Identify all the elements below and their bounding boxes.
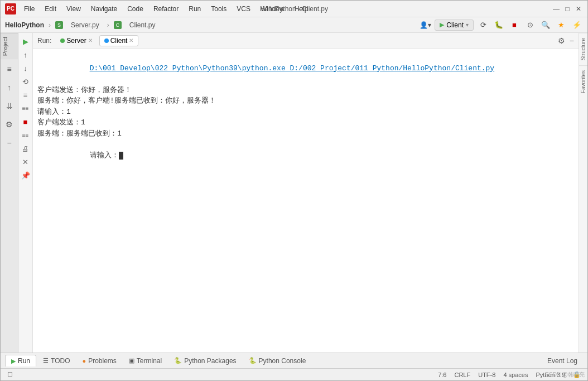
- toolbar-icon-5[interactable]: −: [2, 135, 17, 151]
- plugins-button[interactable]: ⚡: [571, 19, 583, 31]
- close-button[interactable]: ✕: [574, 4, 583, 13]
- status-checkbox[interactable]: ☐: [5, 371, 15, 378]
- menu-refactor[interactable]: Refactor: [149, 4, 183, 14]
- event-log-button[interactable]: Event Log: [542, 355, 583, 366]
- bottom-tabs: ▶ Run ☰ TODO ● Problems ▣ Terminal 🐍 Pyt…: [1, 353, 587, 368]
- client-status-dot: [104, 38, 109, 43]
- bottom-tab-todo[interactable]: ☰ TODO: [37, 355, 75, 366]
- python-console-tab-icon: 🐍: [249, 357, 257, 364]
- status-bar: ☐ 7:6 CRLF UTF-8 4 spaces Python 3.9 🔒: [1, 368, 587, 380]
- title-bar: PC File Edit View Navigate Code Refactor…: [1, 1, 587, 17]
- main-layout: Project ≡ ↑ ⇊ ⚙ − ▶ ↑ ↓ ⟲ ≡ ≡≡ ■ ≡≡ 🖨: [1, 33, 587, 353]
- menu-view[interactable]: View: [62, 4, 85, 14]
- bottom-tab-terminal[interactable]: ▣ Terminal: [123, 355, 167, 366]
- run-icon-rerun[interactable]: ▶: [20, 35, 32, 47]
- console-line-2: 服务端：你好，客户端!服务端已收到：你好，服务器！: [37, 95, 574, 107]
- bookmark-button[interactable]: ★: [555, 19, 567, 31]
- maximize-button[interactable]: □: [563, 4, 572, 13]
- nav-bar: HelloPython › S Server.py › C Client.py …: [1, 17, 587, 33]
- console-output[interactable]: D:\001_Develop\022_Python\Python39\pytho…: [33, 49, 579, 353]
- server-file-icon: S: [55, 21, 63, 29]
- python-packages-tab-icon: 🐍: [174, 357, 182, 364]
- search-button[interactable]: 🔍: [539, 19, 552, 31]
- server-status-dot: [60, 38, 65, 43]
- main-window: PC File Edit View Navigate Code Refactor…: [0, 0, 588, 381]
- run-icon-tool4[interactable]: ≡≡: [20, 129, 32, 141]
- bottom-tab-python-console[interactable]: 🐍 Python Console: [243, 355, 312, 366]
- bottom-tab-problems[interactable]: ● Problems: [76, 355, 122, 366]
- client-file-icon: C: [114, 21, 122, 29]
- console-path-line: D:\001_Develop\022_Python\Python39\pytho…: [37, 52, 574, 85]
- menu-file[interactable]: File: [20, 4, 39, 14]
- project-panel-label[interactable]: Project: [1, 33, 18, 59]
- bottom-tab-python-packages[interactable]: 🐍 Python Packages: [168, 355, 242, 366]
- nav-client-file[interactable]: Client.py: [126, 20, 159, 30]
- toolbar-icon-3[interactable]: ⇊: [2, 98, 17, 114]
- menu-vcs[interactable]: VCS: [232, 4, 255, 14]
- run-icon-down[interactable]: ↓: [20, 62, 32, 74]
- console-line-1: 客户端发送：你好，服务器！: [37, 85, 574, 96]
- run-icon-tool1[interactable]: ⟲: [20, 75, 32, 88]
- run-side-icons: ▶ ↑ ↓ ⟲ ≡ ≡≡ ■ ≡≡ 🖨 ✕ 📌: [18, 33, 33, 353]
- console-line-3: 请输入：1: [37, 107, 574, 118]
- console-line-4: 客户端发送：1: [37, 117, 574, 128]
- cursor: [119, 152, 123, 160]
- client-tab-close[interactable]: ✕: [129, 37, 133, 44]
- menu-run[interactable]: Run: [184, 4, 205, 14]
- status-encoding[interactable]: UTF-8: [476, 372, 498, 378]
- bottom-right-area: Event Log: [542, 355, 583, 366]
- left-icon-bar: ≡ ↑ ⇊ ⚙ −: [1, 59, 18, 353]
- git-icon[interactable]: 👤▾: [420, 21, 431, 29]
- run-settings-icon[interactable]: ⚙: [558, 36, 565, 45]
- terminal-tab-icon: ▣: [129, 357, 134, 364]
- run-icon-pin[interactable]: 📌: [20, 169, 32, 181]
- breadcrumb-project[interactable]: HelloPython: [5, 21, 44, 29]
- coverage-button[interactable]: ⊙: [524, 19, 536, 31]
- console-area: Run: Server ✕ Client ✕ ⚙ −: [33, 33, 579, 353]
- toolbar-icon-2[interactable]: ↑: [2, 80, 17, 95]
- status-indent[interactable]: 4 spaces: [501, 372, 530, 378]
- console-path-link[interactable]: D:\001_Develop\022_Python\Python39\pytho…: [90, 64, 495, 73]
- bottom-tab-run[interactable]: ▶ Run: [5, 355, 36, 366]
- console-line-5: 服务端：服务端已收到：1: [37, 128, 574, 139]
- run-tab-icon: ▶: [11, 358, 16, 365]
- rerun-button[interactable]: ⟳: [477, 19, 489, 31]
- run-icon-tool3[interactable]: ≡≡: [20, 102, 32, 114]
- run-icon-stop[interactable]: ■: [20, 115, 32, 128]
- watermark: CSDN @韩曙亮: [545, 371, 585, 379]
- window-controls: — □ ✕: [552, 4, 583, 13]
- run-minimize-icon[interactable]: −: [570, 36, 574, 45]
- nav-server-file[interactable]: Server.py: [68, 20, 103, 30]
- todo-tab-icon: ☰: [43, 357, 49, 364]
- minimize-button[interactable]: —: [552, 4, 561, 13]
- right-labels: Structure Favorites: [579, 33, 587, 353]
- nav-right-controls: 👤▾ ▶ Client ▾ ⟳ 🐛 ■ ⊙ 🔍 ★ ⚡: [420, 19, 583, 31]
- debug-button[interactable]: 🐛: [493, 19, 505, 31]
- run-icon-tool2[interactable]: ≡: [20, 89, 32, 101]
- menu-edit[interactable]: Edit: [40, 4, 61, 14]
- structure-label[interactable]: Structure: [579, 33, 587, 65]
- run-config-selector[interactable]: ▶ Client ▾: [435, 20, 474, 31]
- status-line-ending[interactable]: CRLF: [452, 372, 473, 378]
- favorites-label[interactable]: Favorites: [579, 65, 587, 98]
- run-icon-print[interactable]: 🖨: [20, 142, 32, 155]
- problems-tab-icon: ●: [82, 358, 86, 364]
- stop-button[interactable]: ■: [508, 19, 520, 31]
- center-run-panel: ▶ ↑ ↓ ⟲ ≡ ≡≡ ■ ≡≡ 🖨 ✕ 📌 Run: Ser: [18, 33, 579, 353]
- app-logo: PC: [5, 3, 16, 15]
- toolbar-icon-4[interactable]: ⚙: [2, 117, 17, 132]
- menu-navigate[interactable]: Navigate: [86, 4, 122, 14]
- left-sidebar: Project ≡ ↑ ⇊ ⚙ −: [1, 33, 18, 353]
- toolbar-icon-1[interactable]: ≡: [2, 61, 17, 77]
- window-title: HelloPython - Client.py: [260, 5, 328, 13]
- run-toolbar: Run: Server ✕ Client ✕ ⚙ −: [33, 33, 579, 49]
- run-tab-server[interactable]: Server ✕: [56, 36, 97, 46]
- run-icon-close[interactable]: ✕: [20, 156, 32, 168]
- run-tab-client[interactable]: Client ✕: [99, 35, 139, 46]
- console-line-6: 请输入：: [37, 139, 574, 172]
- menu-tools[interactable]: Tools: [206, 4, 231, 14]
- status-position[interactable]: 7:6: [436, 372, 449, 378]
- server-tab-close[interactable]: ✕: [88, 37, 93, 44]
- menu-code[interactable]: Code: [123, 4, 148, 14]
- run-icon-up[interactable]: ↑: [20, 49, 32, 61]
